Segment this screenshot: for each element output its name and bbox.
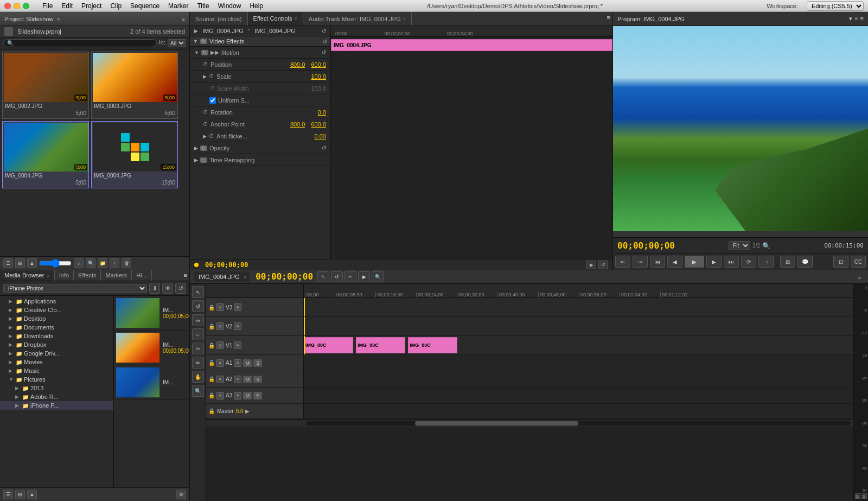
list-view-btn[interactable]: ☰ xyxy=(3,258,13,268)
expand-arrow-icon[interactable]: ▶ xyxy=(203,74,207,79)
solo-btn-a1[interactable]: S xyxy=(253,359,262,367)
tab-mixer[interactable]: Audio Track Mixer: IMG_0004.JPG × xyxy=(303,12,412,26)
step-back-btn[interactable]: ⏮ xyxy=(650,256,665,268)
play-fwd-btn[interactable]: ▶ xyxy=(706,256,722,268)
track-output-a3[interactable]: ≡ xyxy=(234,392,241,399)
zoom-tool-btn[interactable]: 🔍 xyxy=(192,385,204,397)
tab-source[interactable]: Source: (no clips) xyxy=(190,12,248,26)
video-effects-header[interactable]: ▼ fx Video Effects ↺ xyxy=(190,36,330,47)
track-toggle-a1[interactable]: A xyxy=(216,359,224,367)
automate-btn[interactable]: ♪ xyxy=(74,258,84,268)
tree-item-pictures[interactable]: ▼ 📁 Pictures xyxy=(0,375,113,384)
stopwatch-icon[interactable]: ⏱ xyxy=(203,109,208,115)
tab-close-icon[interactable]: × xyxy=(244,275,246,280)
zoom-slider[interactable] xyxy=(39,259,72,268)
zoom-in-btn[interactable]: 🔍 xyxy=(372,271,384,282)
rotation-value[interactable]: 0.0 xyxy=(318,109,326,116)
timeline-tab[interactable]: IMG_0004.JPG × xyxy=(194,271,251,282)
safe-area-btn[interactable]: ⊡ xyxy=(833,256,848,268)
video-clip-2[interactable]: IMG_00C xyxy=(356,337,405,353)
anchor-y-value[interactable]: 600.0 xyxy=(311,121,326,128)
effect-reset-btn[interactable]: ↺ xyxy=(323,39,327,45)
scrollbar-thumb[interactable] xyxy=(415,421,578,426)
track-clips-a1[interactable] xyxy=(304,355,853,371)
tree-item-dropbox[interactable]: ▶ 📁 Dropbox xyxy=(0,340,113,349)
razor-btn[interactable]: ✂ xyxy=(192,343,204,354)
find-btn[interactable]: 🔍 xyxy=(86,258,95,268)
tree-item-desktop[interactable]: ▶ 📁 Desktop xyxy=(0,314,113,323)
icon-view-btn[interactable]: ⊞ xyxy=(15,258,25,268)
play-back-btn[interactable]: ◀ xyxy=(667,256,682,268)
expand-arrow-icon[interactable]: ▶ xyxy=(203,134,207,139)
menu-item-edit[interactable]: Edit xyxy=(61,2,73,10)
lock-icon[interactable]: 🔒 xyxy=(208,305,215,310)
menu-item-clip[interactable]: Clip xyxy=(110,2,122,10)
tree-item-2013[interactable]: ▶ 📁 2013 xyxy=(0,384,113,392)
tree-item-documents[interactable]: ▶ 📁 Documents xyxy=(0,323,113,332)
track-clips-a3[interactable] xyxy=(304,388,853,403)
monitor-close-btn[interactable]: × xyxy=(854,15,858,22)
workspace-select[interactable]: Editing (CS5.5) xyxy=(807,1,864,11)
project-item[interactable]: 15;00 IMG_0004.JPG 15;00 xyxy=(91,121,178,188)
lock-icon[interactable]: 🔒 xyxy=(208,408,215,414)
monitor-dropdown-btn[interactable]: ▾ xyxy=(849,15,852,22)
search-input[interactable] xyxy=(3,39,157,47)
project-item[interactable]: 5;00 IMG_0004.JPG 5;00 xyxy=(2,121,89,188)
tab-media-browser[interactable]: Media Browser × xyxy=(0,270,55,281)
icon-view-small-btn[interactable]: ⊞ xyxy=(15,490,25,499)
folder-btn[interactable]: 📁 xyxy=(98,258,107,268)
chat-btn[interactable]: 💬 xyxy=(797,256,813,268)
insert-btn[interactable]: ⊣ xyxy=(758,256,774,268)
solo-btn-a3[interactable]: S xyxy=(253,392,262,399)
timeline-menu-btn[interactable]: ≡ xyxy=(856,271,864,282)
expand-arrow-icon[interactable]: ▶ xyxy=(194,157,198,163)
menu-item-marker[interactable]: Marker xyxy=(168,2,188,10)
cursor-tool-btn[interactable]: ↖ xyxy=(192,286,204,298)
track-clips-v1[interactable]: IMG_00C IMG_00C IMG_00C xyxy=(304,336,853,354)
expand-arrow-icon[interactable]: ▶ xyxy=(194,145,198,151)
new-item-btn[interactable]: + xyxy=(110,258,119,268)
slide-btn[interactable]: ↔ xyxy=(192,328,204,340)
track-select-btn[interactable]: ▶ xyxy=(358,271,370,282)
mute-btn-a1[interactable]: M xyxy=(243,359,252,367)
tab-effects[interactable]: Effects xyxy=(74,270,101,281)
selection-tool-btn[interactable]: ↖ xyxy=(317,271,329,282)
motion-reset-btn[interactable]: ↺ xyxy=(322,49,326,55)
track-toggle-a2[interactable]: A xyxy=(216,376,224,383)
loop-btn[interactable]: ⟳ xyxy=(741,256,756,268)
monitor-timecode[interactable]: 00;00;00;00 xyxy=(617,240,675,251)
menu-item-sequence[interactable]: Sequence xyxy=(130,2,159,10)
ripple-tool-btn[interactable]: ↺ xyxy=(331,271,343,282)
go-out-btn[interactable]: ⇥ xyxy=(633,256,648,268)
track-output-v3[interactable]: ≡ xyxy=(234,303,241,311)
tree-item-googledrive[interactable]: ▶ 📁 Google Driv... xyxy=(0,349,113,358)
pen-btn[interactable]: ✏ xyxy=(192,357,204,369)
zoom-select[interactable]: Fit xyxy=(729,241,750,250)
expand-arrow-icon[interactable]: ▼ xyxy=(194,50,199,55)
media-preview-item[interactable]: IM... 00;00;05;00 xyxy=(114,296,189,331)
stopwatch-icon[interactable]: ⏱ xyxy=(209,133,214,139)
lock-icon[interactable]: 🔒 xyxy=(208,392,215,398)
project-panel-menu[interactable]: ≡ xyxy=(182,16,185,22)
anti-flicker-value[interactable]: 0.00 xyxy=(315,133,326,139)
go-in-btn[interactable]: ⇤ xyxy=(615,256,630,268)
footer-settings-btn[interactable]: ⚙ xyxy=(176,490,186,499)
scrollbar-track[interactable] xyxy=(306,421,851,426)
media-preview-item[interactable]: IM... xyxy=(114,365,189,400)
time-remap-row[interactable]: ▶ fx Time Remapping xyxy=(190,154,330,166)
list-view-small-btn[interactable]: ☰ xyxy=(3,490,13,499)
lock-icon[interactable]: 🔒 xyxy=(208,324,215,329)
media-path-select[interactable]: iPhone Photos xyxy=(3,284,147,293)
delete-btn[interactable]: 🗑 xyxy=(122,258,131,268)
tab-close-icon[interactable]: × xyxy=(295,16,297,21)
sort-btn[interactable]: ▲ xyxy=(27,258,37,268)
track-output-v1[interactable]: ≡ xyxy=(234,341,241,349)
window-controls[interactable] xyxy=(4,3,29,9)
monitor-menu-btn[interactable]: ≡ xyxy=(860,15,864,22)
opacity-reset-btn[interactable]: ↺ xyxy=(322,145,326,151)
minimize-window-btn[interactable] xyxy=(14,3,20,9)
anchor-x-value[interactable]: 800.0 xyxy=(290,121,305,128)
tree-item-applications[interactable]: ▶ 📁 Applications xyxy=(0,297,113,306)
track-toggle-v3[interactable]: V xyxy=(216,303,224,311)
menu-item-help[interactable]: Help xyxy=(250,2,263,10)
